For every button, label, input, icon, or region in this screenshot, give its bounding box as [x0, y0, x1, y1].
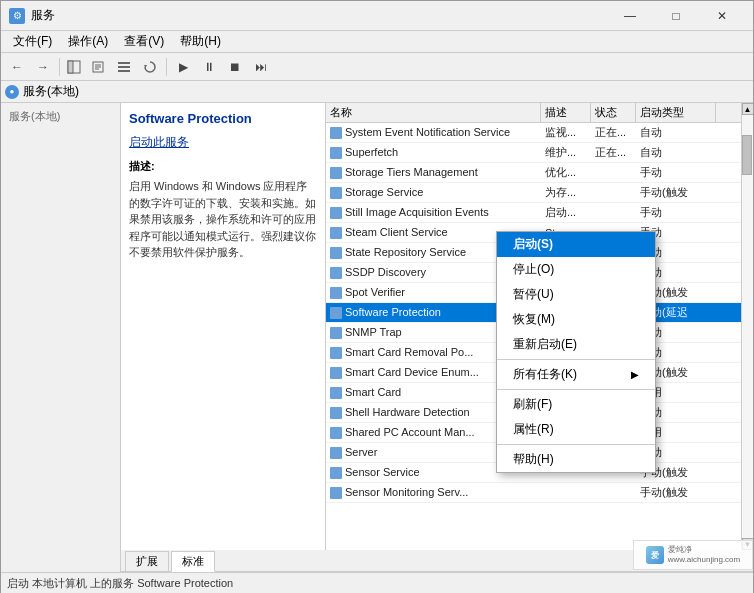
service-status: 正在...: [591, 145, 636, 160]
properties-button[interactable]: [86, 56, 110, 78]
right-panel: Software Protection 启动此服务 描述: 启用 Windows…: [121, 103, 753, 572]
header-name[interactable]: 名称: [326, 103, 541, 122]
context-menu-item[interactable]: 所有任务(K)▶: [497, 362, 655, 387]
scrollbar[interactable]: ▲ ▼: [741, 103, 753, 550]
toolbar: ← → ▶ ⏸ ⏹ ⏭: [1, 53, 753, 81]
ctx-label: 停止(O): [513, 261, 554, 278]
context-menu-sep: [497, 444, 655, 445]
context-menu-item[interactable]: 属性(R): [497, 417, 655, 442]
watermark: 爱 爱纯净 www.aichunjing.com: [633, 540, 753, 570]
start-service-button[interactable]: ▶: [171, 56, 195, 78]
service-start-type: 手动(触发: [636, 485, 716, 500]
service-row[interactable]: Storage Tiers Management 优化... 手动: [326, 163, 741, 183]
service-icon: [330, 307, 342, 319]
service-row[interactable]: System Event Notification Service 监视... …: [326, 123, 741, 143]
ctx-label: 重新启动(E): [513, 336, 577, 353]
service-desc: 维护...: [541, 145, 591, 160]
service-desc: 启动...: [541, 205, 591, 220]
context-menu-sep: [497, 359, 655, 360]
service-row[interactable]: Sensor Monitoring Serv... 手动(触发: [326, 483, 741, 503]
tab-standard[interactable]: 标准: [171, 551, 215, 572]
service-name: Sensor Monitoring Serv...: [326, 486, 541, 499]
service-row[interactable]: Storage Service 为存... 手动(触发: [326, 183, 741, 203]
addr-label: 服务(本地): [23, 83, 79, 100]
service-icon: [330, 447, 342, 459]
addr-icon: ●: [5, 85, 19, 99]
list-view-button[interactable]: [112, 56, 136, 78]
maximize-button[interactable]: □: [653, 1, 699, 31]
menu-file[interactable]: 文件(F): [5, 31, 60, 52]
detail-panel: Software Protection 启动此服务 描述: 启用 Windows…: [121, 103, 326, 550]
context-menu-item[interactable]: 刷新(F): [497, 392, 655, 417]
context-menu-sep: [497, 389, 655, 390]
service-icon: [330, 487, 342, 499]
service-icon: [330, 407, 342, 419]
service-icon: [330, 347, 342, 359]
header-status[interactable]: 状态: [591, 103, 636, 122]
service-desc: 监视...: [541, 125, 591, 140]
service-row[interactable]: Superfetch 维护... 正在... 自动: [326, 143, 741, 163]
service-start-type: 自动: [636, 145, 716, 160]
ctx-label: 启动(S): [513, 236, 553, 253]
start-service-link[interactable]: 启动此服务: [129, 134, 317, 151]
menu-action[interactable]: 操作(A): [60, 31, 116, 52]
restart-service-button[interactable]: ⏭: [249, 56, 273, 78]
header-start-type[interactable]: 启动类型: [636, 103, 716, 122]
service-desc: 优化...: [541, 165, 591, 180]
context-menu: 启动(S)停止(O)暂停(U)恢复(M)重新启动(E)所有任务(K)▶刷新(F)…: [496, 231, 656, 473]
service-name: Still Image Acquisition Events: [326, 206, 541, 219]
context-menu-item[interactable]: 暂停(U): [497, 282, 655, 307]
title-bar: ⚙ 服务 — □ ✕: [1, 1, 753, 31]
service-icon: [330, 207, 342, 219]
service-icon: [330, 127, 342, 139]
toolbar-sep-1: [59, 58, 60, 76]
service-start-type: 手动: [636, 205, 716, 220]
service-icon: [330, 427, 342, 439]
pause-service-button[interactable]: ⏸: [197, 56, 221, 78]
status-text: 启动 本地计算机 上的服务 Software Protection: [7, 576, 233, 591]
service-icon: [330, 187, 342, 199]
stop-service-button[interactable]: ⏹: [223, 56, 247, 78]
service-status: 正在...: [591, 125, 636, 140]
service-icon: [330, 227, 342, 239]
watermark-text: 爱纯净 www.aichunjing.com: [668, 545, 740, 564]
minimize-button[interactable]: —: [607, 1, 653, 31]
ctx-label: 帮助(H): [513, 451, 554, 468]
scroll-thumb[interactable]: [742, 135, 752, 175]
refresh-button[interactable]: [138, 56, 162, 78]
ctx-label: 属性(R): [513, 421, 554, 438]
desc-label: 描述:: [129, 159, 317, 174]
tab-extend[interactable]: 扩展: [125, 551, 169, 571]
menu-help[interactable]: 帮助(H): [172, 31, 229, 52]
back-button[interactable]: ←: [5, 56, 29, 78]
close-button[interactable]: ✕: [699, 1, 745, 31]
services-header: 名称 描述 状态 启动类型: [326, 103, 741, 123]
service-row[interactable]: Still Image Acquisition Events 启动... 手动: [326, 203, 741, 223]
service-start-type: 自动: [636, 125, 716, 140]
svg-rect-8: [118, 70, 130, 72]
content-area: Software Protection 启动此服务 描述: 启用 Windows…: [121, 103, 753, 550]
context-menu-item[interactable]: 停止(O): [497, 257, 655, 282]
service-name: Storage Tiers Management: [326, 166, 541, 179]
header-desc[interactable]: 描述: [541, 103, 591, 122]
context-menu-item[interactable]: 重新启动(E): [497, 332, 655, 357]
show-hide-button[interactable]: [64, 56, 84, 78]
context-menu-item[interactable]: 帮助(H): [497, 447, 655, 472]
context-menu-item[interactable]: 启动(S): [497, 232, 655, 257]
left-sidebar: 服务(本地): [1, 103, 121, 572]
scroll-up-button[interactable]: ▲: [742, 103, 754, 115]
address-bar: ● 服务(本地): [1, 81, 753, 103]
window-title: 服务: [31, 7, 607, 24]
service-icon: [330, 367, 342, 379]
service-icon: [330, 247, 342, 259]
service-name: System Event Notification Service: [326, 126, 541, 139]
forward-button[interactable]: →: [31, 56, 55, 78]
menu-view[interactable]: 查看(V): [116, 31, 172, 52]
scroll-track[interactable]: [742, 115, 754, 538]
window-icon: ⚙: [9, 8, 25, 24]
ctx-label: 恢复(M): [513, 311, 555, 328]
watermark-logo: 爱: [646, 546, 664, 564]
service-start-type: 手动(触发: [636, 185, 716, 200]
service-icon: [330, 147, 342, 159]
context-menu-item[interactable]: 恢复(M): [497, 307, 655, 332]
